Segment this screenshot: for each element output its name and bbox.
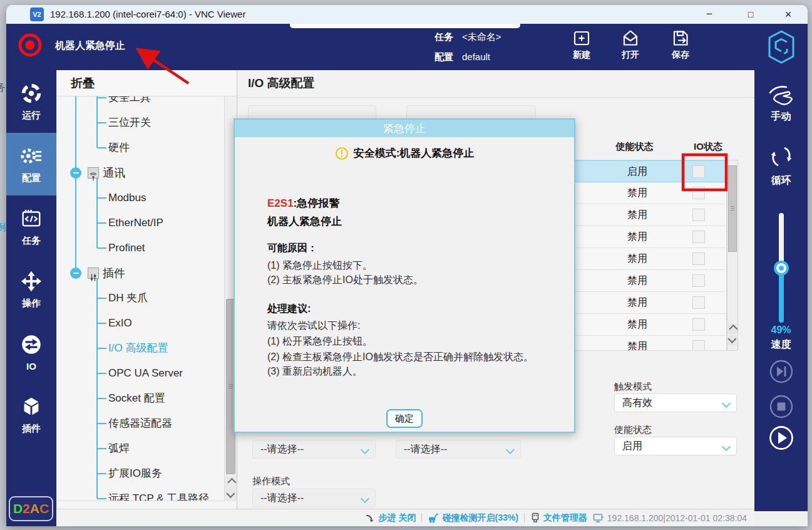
- error-code-line: E2S1:急停报警: [267, 196, 339, 210]
- collision-detection-status[interactable]: 碰撞检测开启(33%): [428, 512, 518, 524]
- io-state-checkbox[interactable]: [692, 187, 705, 199]
- tree-item-safety-tools[interactable]: 安全工具: [57, 96, 224, 109]
- sidebar-item-plugin[interactable]: 插件: [6, 383, 56, 446]
- scroll-up-button[interactable]: [728, 324, 737, 334]
- tree-item-remote-tcp-toolpath[interactable]: 远程 TCP & 工具路径: [57, 487, 224, 501]
- cube-icon: [19, 395, 43, 418]
- divider: [421, 513, 422, 522]
- emergency-stop-label: 机器人紧急停止: [55, 39, 125, 53]
- tree-content: 安全工具 三位开关 硬件 通讯 Modbus EtherNet/IP Profi…: [57, 96, 224, 501]
- suggestion-item: (1) 松开紧急停止按钮。: [267, 335, 373, 348]
- open-button[interactable]: 打开: [610, 28, 651, 61]
- sidebar-item-task[interactable]: 任务: [6, 195, 56, 258]
- new-button[interactable]: 新建: [561, 28, 602, 61]
- tree-item-extended-io-service[interactable]: 扩展IO服务: [57, 462, 224, 485]
- step-forward-button[interactable]: [768, 358, 794, 385]
- io-state-checkbox[interactable]: [692, 165, 705, 178]
- move-arrows-icon: [19, 269, 43, 293]
- stop-button[interactable]: [768, 393, 794, 420]
- enable-state-select[interactable]: 启用: [614, 437, 737, 455]
- close-button[interactable]: ×: [774, 5, 803, 24]
- io-state-checkbox[interactable]: [692, 209, 705, 221]
- divider: [237, 97, 754, 98]
- status-bar: 步进 关闭 碰撞检测开启(33%) 文件管理器: [56, 509, 754, 526]
- sidebar-item-io[interactable]: IO: [6, 321, 56, 383]
- tree-item-arc-welding[interactable]: 弧焊: [57, 437, 224, 460]
- io-arrows-icon: [19, 333, 43, 356]
- tree-item-socket-config[interactable]: Socket 配置: [57, 387, 224, 410]
- divider: [524, 513, 525, 522]
- tree-item-ethernet-ip[interactable]: EtherNet/IP: [57, 212, 224, 234]
- tree-item-hardware[interactable]: 硬件: [57, 137, 224, 159]
- tree-item-dh-gripper[interactable]: DH 夹爪: [57, 287, 224, 309]
- speed-label: 速度: [754, 338, 808, 351]
- io-state-checkbox[interactable]: [692, 340, 705, 351]
- safety-mode-text: 安全模式:机器人紧急停止: [354, 146, 475, 160]
- trigger-mode-select[interactable]: 高有效: [614, 393, 737, 412]
- sidebar-item-config[interactable]: 配置: [6, 133, 56, 195]
- tree-item-opc-ua-server[interactable]: OPC UA Server: [57, 362, 224, 385]
- scroll-down-button[interactable]: [225, 489, 237, 501]
- task-value: <未命名>: [462, 31, 501, 42]
- sidebar-item-run[interactable]: 运行: [6, 70, 56, 133]
- play-button[interactable]: [768, 425, 794, 451]
- step-arrow-icon: [365, 512, 376, 523]
- desktop-edge-text: 务: [0, 81, 6, 95]
- left-sidebar: 运行 配置 任务: [6, 70, 56, 526]
- io-state-checkbox[interactable]: [692, 274, 705, 287]
- save-button[interactable]: 保存: [660, 28, 701, 61]
- tree-collapse-header[interactable]: 折叠: [57, 70, 237, 96]
- connection-status: 192.168.1.200|2012-01-01 02:38:04: [593, 513, 747, 523]
- step-mode-status[interactable]: 步进 关闭: [365, 512, 416, 524]
- io-state-checkbox[interactable]: [692, 318, 705, 331]
- tree-item-sensor-adapter[interactable]: 传感器适配器: [57, 412, 224, 435]
- loop-mode-button[interactable]: 循环: [754, 144, 808, 187]
- chevron-down-icon: [361, 445, 369, 454]
- tree-item-io-advanced-config[interactable]: I/O 高级配置: [57, 337, 224, 360]
- tree-item-modbus[interactable]: Modbus: [57, 187, 224, 209]
- task-label: 任务: [434, 31, 453, 42]
- code-window-icon: [19, 207, 43, 231]
- tree-node-communication[interactable]: 通讯: [57, 162, 224, 184]
- play-icon: [768, 425, 794, 451]
- operation-mode-select[interactable]: --请选择--: [252, 489, 376, 507]
- scroll-down-button[interactable]: [728, 335, 737, 345]
- window-titlebar: V2 192.168.1.200 (intel-corei7-64:0) - V…: [6, 5, 808, 24]
- emergency-stop-indicator: 机器人紧急停止: [16, 31, 154, 60]
- dialog-title: 紧急停止: [235, 120, 574, 137]
- tree-item-profinet[interactable]: Profinet: [57, 237, 224, 259]
- sidebar-item-operate[interactable]: 操作: [6, 258, 56, 321]
- column-header-enable-state: 使能状态: [589, 141, 680, 153]
- cause-item: (2) 主板紧急停止IO处于触发状态。: [267, 274, 423, 287]
- table-scrollbar[interactable]: [727, 160, 738, 351]
- chevron-down-icon: [722, 399, 731, 408]
- network-monitor-icon: [593, 513, 604, 523]
- chevron-down-icon: [727, 335, 736, 343]
- select-placeholder-1[interactable]: --请选择--: [252, 440, 376, 459]
- ok-button[interactable]: 确定: [386, 409, 423, 428]
- d2ac-button[interactable]: D2AC: [9, 496, 53, 521]
- scrollbar-thumb[interactable]: [728, 165, 737, 252]
- brand-logo-icon: [768, 29, 795, 65]
- warning-icon: [335, 147, 349, 160]
- io-state-checkbox[interactable]: [692, 252, 705, 265]
- collapse-minus-icon[interactable]: [70, 167, 81, 179]
- tree-node-plugins[interactable]: 插件: [57, 262, 224, 284]
- minimize-button[interactable]: −: [695, 5, 724, 24]
- file-manager-link[interactable]: 文件管理器: [530, 512, 587, 524]
- vnc-toolbar-handle[interactable]: [290, 24, 520, 28]
- new-file-icon: [572, 28, 592, 48]
- speed-slider-thumb[interactable]: [774, 261, 789, 276]
- suggestion-item: (3) 重新启动机器人。: [267, 365, 362, 378]
- io-state-checkbox[interactable]: [692, 296, 705, 309]
- select-placeholder-2[interactable]: --请选择--: [396, 440, 521, 459]
- manual-mode-button[interactable]: 手动: [754, 83, 808, 123]
- io-state-checkbox[interactable]: [692, 231, 705, 243]
- collapse-minus-icon[interactable]: [70, 268, 81, 279]
- maximize-button[interactable]: □: [736, 5, 765, 24]
- cause-item: (1) 紧急停止按钮按下。: [267, 259, 373, 273]
- scroll-up-button[interactable]: [225, 476, 237, 489]
- trigger-mode-label: 触发模式: [614, 381, 652, 393]
- tree-item-exio[interactable]: ExIO: [57, 312, 224, 335]
- tree-item-three-position-switch[interactable]: 三位开关: [57, 112, 224, 134]
